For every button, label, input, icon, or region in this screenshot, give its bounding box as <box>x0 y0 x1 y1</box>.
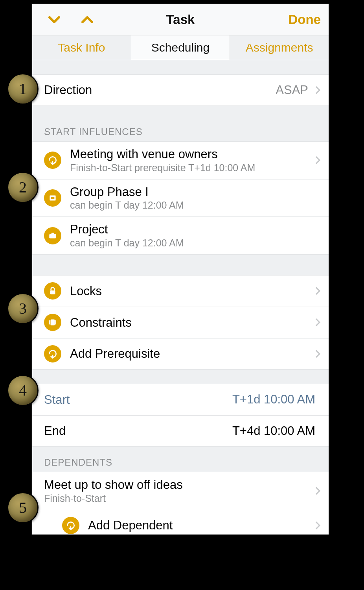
start-value: T+1d 10:00 AM <box>232 392 315 407</box>
tab-assignments[interactable]: Assignments <box>230 35 329 60</box>
chevron-right-icon <box>313 156 320 164</box>
dependent-title: Meet up to show off ideas <box>44 478 312 492</box>
influence-title: Meeting with venue owners <box>70 147 312 161</box>
dependent-subtitle: Finish-to-Start <box>44 493 312 504</box>
chevron-right-icon <box>313 487 320 495</box>
lock-icon <box>44 282 61 300</box>
chevron-up-icon <box>80 13 94 27</box>
tab-bar: Task Info Scheduling Assignments <box>32 35 329 60</box>
prerequisite-icon <box>62 517 79 534</box>
start-influences-header: START INFLUENCES <box>32 106 329 141</box>
tab-task-info[interactable]: Task Info <box>32 35 131 60</box>
locks-label: Locks <box>70 284 312 298</box>
influence-group-row[interactable]: Group Phase I can begin T day 12:00 AM <box>32 179 329 217</box>
done-button[interactable]: Done <box>289 12 321 27</box>
add-dependent-label: Add Dependent <box>88 518 312 533</box>
callout-4: 4 <box>7 375 39 406</box>
nav-header: Task Done <box>32 4 329 35</box>
start-date-row[interactable]: Start T+1d 10:00 AM <box>32 384 329 415</box>
chevron-down-icon <box>47 13 61 27</box>
callout-1: 1 <box>7 73 39 105</box>
end-value: T+4d 10:00 AM <box>232 424 315 438</box>
svg-rect-2 <box>49 234 56 238</box>
svg-rect-1 <box>51 197 55 199</box>
influence-title: Project <box>70 222 319 237</box>
end-date-row[interactable]: End T+4d 10:00 AM <box>32 415 329 447</box>
callout-3: 3 <box>7 293 39 324</box>
chevron-right-icon <box>313 287 320 295</box>
locks-row[interactable]: Locks <box>32 275 329 307</box>
constraints-icon <box>44 314 61 331</box>
influence-prerequisite-row[interactable]: Meeting with venue owners Finish-to-Star… <box>32 141 329 179</box>
phone-frame: Task Done Task Info Scheduling Assignmen… <box>31 3 329 535</box>
group-icon <box>44 189 61 207</box>
next-task-button[interactable] <box>79 11 96 28</box>
end-label: End <box>44 424 66 438</box>
chevron-right-icon <box>313 350 320 358</box>
callout-2: 2 <box>7 172 39 203</box>
tab-scheduling[interactable]: Scheduling <box>131 35 230 60</box>
add-prerequisite-row[interactable]: Add Prerequisite <box>32 338 329 370</box>
project-icon <box>44 227 61 244</box>
add-dependent-row[interactable]: Add Dependent <box>32 510 329 535</box>
prev-task-button[interactable] <box>46 11 63 28</box>
svg-rect-4 <box>50 290 55 294</box>
direction-row[interactable]: Direction ASAP <box>32 74 329 106</box>
constraints-row[interactable]: Constraints <box>32 307 329 338</box>
constraints-label: Constraints <box>70 316 312 330</box>
chevron-right-icon <box>313 319 320 327</box>
prerequisite-icon <box>44 152 61 169</box>
prerequisite-icon <box>44 345 61 363</box>
svg-rect-3 <box>51 233 54 234</box>
svg-rect-5 <box>51 320 55 326</box>
influence-project-row[interactable]: Project can begin T day 12:00 AM <box>32 216 329 255</box>
chevron-right-icon <box>313 86 320 94</box>
influence-subtitle: can begin T day 12:00 AM <box>70 200 319 211</box>
start-label: Start <box>44 393 70 407</box>
add-prerequisite-label: Add Prerequisite <box>70 347 312 361</box>
influence-subtitle: can begin T day 12:00 AM <box>70 237 319 249</box>
callout-5: 5 <box>7 492 39 523</box>
chevron-right-icon <box>313 522 320 529</box>
influence-subtitle: Finish-to-Start prerequisite T+1d 10:00 … <box>70 162 312 174</box>
direction-value: ASAP <box>276 83 308 97</box>
dependent-row[interactable]: Meet up to show off ideas Finish-to-Star… <box>32 472 329 510</box>
dependents-header: DEPENDENTS <box>32 447 329 472</box>
influence-title: Group Phase I <box>70 185 319 199</box>
direction-label: Direction <box>44 83 276 97</box>
